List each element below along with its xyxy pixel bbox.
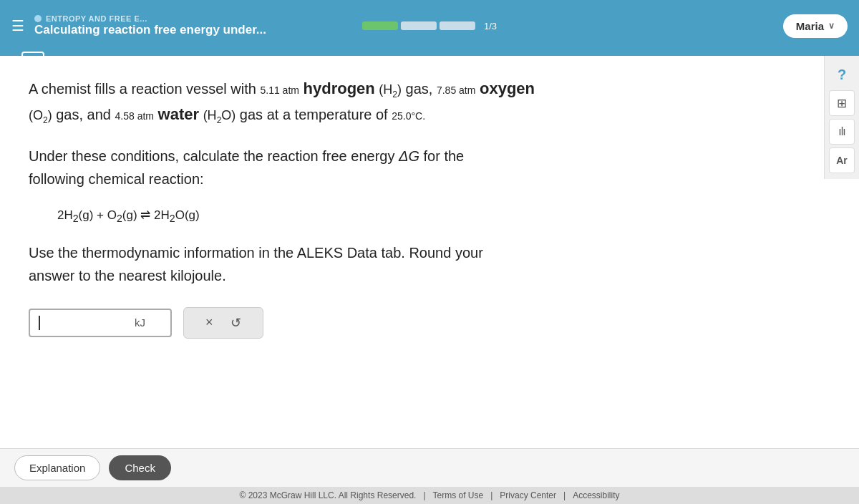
help-tool[interactable]: ?: [829, 62, 855, 87]
check-button[interactable]: Check: [109, 455, 171, 480]
h2o-word: water: [158, 105, 199, 123]
chemical-equation: 2H2(g) + O2(g) ⇌ 2H2O(g): [57, 208, 799, 224]
progress-seg-3: [440, 21, 475, 30]
chevron-down-icon: ∨: [828, 21, 835, 31]
h2-word: hydrogen: [304, 79, 375, 97]
header-title: Calculating reaction free energy under..…: [34, 23, 266, 37]
footer-buttons: Explanation Check: [14, 455, 171, 480]
h2-pressure: 5.11 atm: [260, 84, 299, 96]
header: ☰ ENTROPY AND FREE E... Calculating reac…: [0, 0, 859, 52]
reset-button[interactable]: ↺: [230, 315, 241, 331]
explanation-button[interactable]: Explanation: [14, 455, 100, 480]
copyright-text: © 2023 McGraw Hill LLC. All Rights Reser…: [239, 490, 416, 500]
h2o-formula: (H2O): [203, 108, 236, 122]
main-content: A chemist fills a reaction vessel with 5…: [0, 56, 828, 465]
temperature: 25.0°C.: [392, 110, 425, 122]
dot-icon: [34, 15, 42, 22]
question-paragraph-1: A chemist fills a reaction vessel with 5…: [29, 76, 799, 127]
terms-of-use[interactable]: Terms of Use: [433, 490, 484, 500]
action-buttons: × ↺: [183, 307, 263, 339]
chart-tool[interactable]: ılı: [829, 119, 855, 145]
question-paragraph-2: Under these conditions, calculate the re…: [29, 145, 799, 190]
copyright-bar: © 2023 McGraw Hill LLC. All Rights Reser…: [0, 487, 859, 504]
o2-pressure: 7.85 atm: [437, 84, 475, 96]
answer-input[interactable]: [44, 316, 130, 329]
o2-formula: (O2): [29, 108, 52, 122]
h2-formula: (H2): [379, 82, 402, 97]
header-subtitle: ENTROPY AND FREE E...: [34, 14, 266, 23]
hamburger-icon[interactable]: ☰: [11, 17, 24, 34]
progress-label: 1/3: [484, 21, 497, 32]
header-left: ☰ ENTROPY AND FREE E... Calculating reac…: [11, 14, 266, 37]
progress-seg-1: [362, 21, 398, 30]
periodic-table-tool[interactable]: Ar: [829, 147, 855, 173]
topic-label: ENTROPY AND FREE E...: [46, 14, 147, 23]
user-name: Maria: [796, 20, 824, 32]
header-right: Maria ∨: [783, 14, 848, 38]
o2-word: oxygen: [480, 79, 535, 97]
answer-row: kJ × ↺: [29, 307, 799, 339]
calculator-tool[interactable]: ⊞: [829, 90, 855, 116]
answer-input-wrapper[interactable]: kJ: [29, 309, 172, 337]
footer-bar: Explanation Check: [0, 448, 859, 487]
h2o-pressure: 4.58 atm: [115, 110, 154, 122]
instruction-text: Use the thermodynamic information in the…: [29, 241, 799, 287]
accessibility[interactable]: Accessibility: [573, 490, 619, 500]
privacy-center[interactable]: Privacy Center: [500, 490, 556, 500]
progress-area: 1/3: [362, 21, 497, 32]
input-cursor: [39, 316, 40, 330]
clear-button[interactable]: ×: [205, 315, 213, 330]
progress-seg-2: [401, 21, 437, 30]
progress-segments: [362, 21, 475, 30]
header-title-block: ENTROPY AND FREE E... Calculating reacti…: [34, 14, 266, 37]
user-menu-button[interactable]: Maria ∨: [783, 14, 848, 38]
right-sidebar: ? ⊞ ılı Ar: [824, 56, 859, 179]
unit-label: kJ: [135, 316, 145, 329]
